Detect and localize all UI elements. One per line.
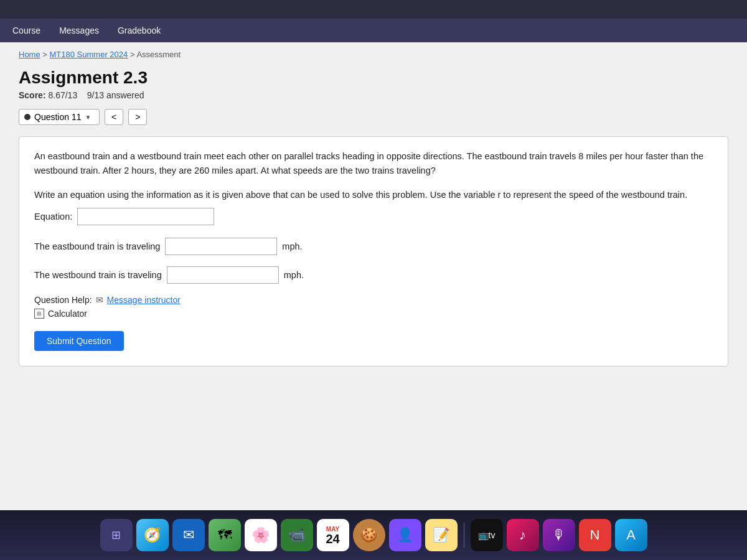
dock-safari[interactable]: 🧭: [136, 519, 169, 551]
music-icon: ♪: [519, 527, 526, 543]
photos-icon: 🌸: [251, 526, 270, 544]
appstore-icon: A: [626, 527, 636, 543]
news-icon: N: [590, 527, 600, 543]
calendar-month: MAY: [326, 526, 339, 533]
question-number-label: Question 11: [34, 112, 82, 122]
breadcrumb-course[interactable]: MT180 Summer 2024: [50, 50, 128, 59]
dock-mail[interactable]: ✉: [172, 519, 205, 551]
breadcrumb-home[interactable]: Home: [19, 50, 40, 59]
mail-icon: ✉: [183, 527, 194, 543]
prev-question-button[interactable]: <: [105, 109, 123, 125]
dock-facetime[interactable]: 📹: [281, 519, 313, 551]
dock-contacts[interactable]: 👤: [389, 519, 421, 551]
maps-icon: 🗺: [218, 527, 232, 543]
dock-appstore[interactable]: A: [615, 519, 647, 551]
breadcrumb-sep2: >: [130, 50, 137, 59]
answered-count: 9/13 answered: [87, 90, 144, 100]
dock-maps[interactable]: 🗺: [209, 519, 241, 551]
westbound-suffix: mph.: [284, 270, 304, 280]
cookies-icon: 🍪: [360, 527, 377, 543]
equation-row: Equation:: [34, 208, 713, 225]
dock-appletv[interactable]: 📺tv: [471, 519, 503, 551]
dock-cookies[interactable]: 🍪: [353, 519, 385, 551]
chevron-down-icon: ▼: [85, 114, 92, 121]
message-instructor-link[interactable]: Message instructor: [107, 295, 181, 305]
calculator-label: Calculator: [48, 309, 87, 319]
breadcrumb: Home > MT180 Summer 2024 > Assessment: [19, 50, 728, 59]
question-help-row: Question Help: ✉ Message instructor: [34, 295, 713, 305]
submit-question-button[interactable]: Submit Question: [34, 331, 124, 351]
calendar-day: 24: [326, 533, 339, 545]
dock-photos[interactable]: 🌸: [245, 519, 277, 551]
question-help-label: Question Help:: [34, 295, 92, 305]
question-text: An eastbound train and a westbound train…: [34, 149, 713, 178]
next-question-button[interactable]: >: [128, 109, 147, 125]
grid-icon: ⊞: [111, 528, 121, 542]
dock-notes[interactable]: 📝: [425, 519, 458, 551]
facetime-icon: 📹: [288, 527, 305, 543]
equation-input[interactable]: [77, 208, 214, 225]
question-box: An eastbound train and a westbound train…: [19, 136, 728, 366]
breadcrumb-section: Assessment: [136, 50, 181, 59]
notes-icon: 📝: [433, 527, 449, 543]
nav-bar: Course Messages Gradebook: [0, 19, 747, 42]
calculator-icon: ⊞: [34, 309, 44, 319]
equation-label: Equation:: [34, 212, 72, 222]
nav-messages[interactable]: Messages: [59, 26, 99, 35]
dock-launchpad[interactable]: ⊞: [100, 519, 133, 551]
score-label: Score:: [19, 90, 46, 100]
main-content: Home > MT180 Summer 2024 > Assessment As…: [0, 42, 747, 510]
westbound-speed-input[interactable]: [167, 266, 279, 284]
question-status-dot: [24, 114, 31, 120]
dock-music[interactable]: ♪: [507, 519, 539, 551]
envelope-icon: ✉: [96, 295, 103, 305]
eastbound-speed-input[interactable]: [165, 238, 277, 255]
dock-divider: [464, 523, 464, 548]
contacts-icon: 👤: [397, 527, 413, 543]
nav-course[interactable]: Course: [12, 26, 40, 35]
westbound-label: The westbound train is traveling: [34, 270, 162, 280]
browser-chrome: [0, 0, 747, 19]
calculator-row: ⊞ Calculator: [34, 309, 713, 319]
safari-icon: 🧭: [144, 527, 161, 543]
dock-podcast[interactable]: 🎙: [543, 519, 575, 551]
eastbound-speed-row: The eastbound train is traveling mph.: [34, 238, 713, 255]
nav-gradebook[interactable]: Gradebook: [118, 26, 161, 35]
dock-calendar[interactable]: MAY 24: [317, 519, 349, 551]
score-line: Score: 8.67/13 9/13 answered: [19, 90, 728, 100]
dock: ⊞ 🧭 ✉ 🗺 🌸 📹 MAY 24 🍪 👤 📝 📺tv ♪ 🎙 N A: [0, 510, 747, 560]
question-dropdown[interactable]: Question 11 ▼: [19, 109, 100, 125]
eastbound-suffix: mph.: [282, 241, 302, 251]
question-selector-row: Question 11 ▼ < >: [19, 109, 728, 125]
eastbound-label: The eastbound train is traveling: [34, 241, 160, 251]
westbound-speed-row: The westbound train is traveling mph.: [34, 266, 713, 284]
assignment-title: Assignment 2.3: [19, 68, 728, 88]
dock-news[interactable]: N: [579, 519, 611, 551]
podcast-icon: 🎙: [552, 527, 566, 543]
sub-instruction: Write an equation using the information …: [34, 188, 713, 202]
breadcrumb-sep1: >: [42, 50, 49, 59]
appletv-icon: 📺tv: [478, 530, 496, 540]
score-value: 8.67/13: [48, 90, 77, 100]
